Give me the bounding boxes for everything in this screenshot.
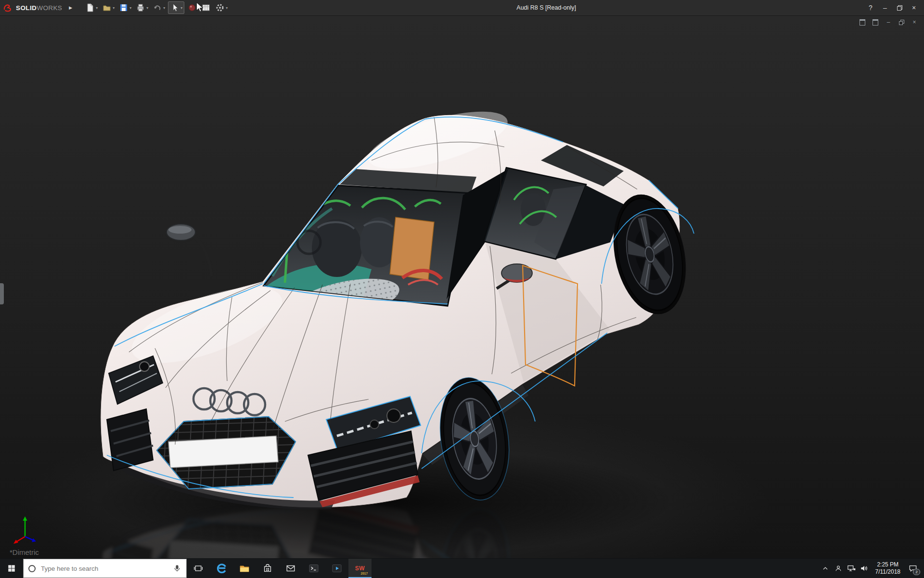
minimize-button[interactable]: – xyxy=(878,0,892,15)
dassault-systemes-logo xyxy=(3,3,13,13)
solidworks-titlebar: SOLIDWORKS ▶ ▾ ▾ xyxy=(0,0,924,16)
media-app-button[interactable] xyxy=(325,559,348,578)
window-controls: ? – × xyxy=(863,0,924,15)
model-scene[interactable] xyxy=(0,16,924,559)
volume-icon xyxy=(860,564,869,573)
mail-button[interactable] xyxy=(279,559,302,578)
task-view-button[interactable] xyxy=(187,559,210,578)
people-icon xyxy=(834,564,843,573)
save-button[interactable]: ▾ xyxy=(117,2,133,13)
volume-button[interactable] xyxy=(858,559,871,578)
desktop: SOLIDWORKS ▶ ▾ ▾ xyxy=(0,0,924,578)
network-icon xyxy=(847,564,856,573)
edge-button[interactable] xyxy=(210,559,233,578)
mail-icon xyxy=(285,563,296,574)
store-button[interactable] xyxy=(256,559,279,578)
brand-text-bold: SOLID xyxy=(16,4,37,12)
solidworks-icon-label: SW xyxy=(355,565,365,572)
undo-button[interactable]: ▾ xyxy=(151,2,167,13)
dropdown-caret-icon[interactable]: ▾ xyxy=(96,6,98,10)
window-title: Audi R8 S [Read-only] xyxy=(229,4,863,11)
restore-button[interactable] xyxy=(892,0,907,15)
store-icon xyxy=(262,563,273,574)
doc-minimize-icon[interactable]: – xyxy=(885,18,892,26)
notification-badge: 2 xyxy=(913,569,920,575)
search-input[interactable] xyxy=(40,565,168,573)
quick-access-toolbar: ▾ ▾ ▾ xyxy=(84,1,229,14)
brand-text-light: WORKS xyxy=(37,4,62,12)
hidden-icons-chevron-icon xyxy=(821,565,829,572)
clock-date: 7/11/2018 xyxy=(875,568,901,576)
close-button[interactable]: × xyxy=(907,0,921,15)
doc-pane-icon[interactable] xyxy=(859,18,866,26)
solidworks-app-button[interactable]: SW 2017 xyxy=(348,559,372,578)
people-button[interactable] xyxy=(832,559,845,578)
options-gear-icon xyxy=(215,3,225,13)
console-app-button[interactable] xyxy=(302,559,325,578)
save-icon xyxy=(119,3,128,13)
document-window-controls: – × xyxy=(859,18,918,26)
console-icon xyxy=(308,563,320,574)
featuremanager-flyout-tab[interactable] xyxy=(0,283,4,304)
menu-flyout-arrow-icon[interactable]: ▶ xyxy=(66,5,77,10)
open-icon xyxy=(102,3,112,13)
file-explorer-button[interactable] xyxy=(233,559,256,578)
media-app-icon xyxy=(331,563,343,574)
new-document-button[interactable]: ▾ xyxy=(84,2,99,13)
view-orientation-label: *Dimetric xyxy=(10,548,39,556)
file-explorer-icon xyxy=(239,563,250,574)
start-icon xyxy=(7,564,16,573)
options-button[interactable]: ▾ xyxy=(214,2,229,13)
network-button[interactable] xyxy=(845,559,858,578)
search-icon xyxy=(28,565,36,572)
dropdown-caret-icon[interactable]: ▾ xyxy=(113,6,115,10)
help-button[interactable]: ? xyxy=(863,0,878,15)
restore-icon xyxy=(897,5,902,11)
doc-close-icon[interactable]: × xyxy=(911,18,918,26)
print-button[interactable]: ▾ xyxy=(134,2,150,13)
reference-triad-icon xyxy=(13,514,44,546)
solidworks-icon-year: 2017 xyxy=(361,572,368,575)
solidworks-icon: SW 2017 xyxy=(353,562,367,575)
mouse-cursor xyxy=(195,2,204,13)
system-tray: 2:25 PM 7/11/2018 2 xyxy=(819,559,924,578)
edge-icon xyxy=(216,563,227,574)
microphone-icon[interactable] xyxy=(173,564,181,573)
dropdown-caret-icon[interactable]: ▾ xyxy=(163,6,165,10)
dropdown-caret-icon[interactable]: ▾ xyxy=(226,6,228,10)
new-document-icon xyxy=(85,3,95,13)
clock-time: 2:25 PM xyxy=(875,561,901,568)
print-icon xyxy=(136,3,145,13)
action-center-button[interactable]: 2 xyxy=(905,559,921,578)
graphics-area[interactable]: – × *Dimetric xyxy=(0,16,924,559)
dropdown-caret-icon[interactable]: ▾ xyxy=(180,6,182,10)
select-cursor-icon xyxy=(170,3,180,13)
doc-restore-icon[interactable] xyxy=(898,18,905,26)
taskbar-clock[interactable]: 2:25 PM 7/11/2018 xyxy=(871,561,905,576)
dropdown-caret-icon[interactable]: ▾ xyxy=(146,6,148,10)
dropdown-caret-icon[interactable]: ▾ xyxy=(129,6,131,10)
doc-pane-icon-2[interactable] xyxy=(872,18,879,26)
open-button[interactable]: ▾ xyxy=(101,2,116,13)
taskbar-search[interactable] xyxy=(23,559,187,578)
start-button[interactable] xyxy=(0,559,23,578)
select-tool-button[interactable]: ▾ xyxy=(168,1,184,14)
hidden-icons-button[interactable] xyxy=(819,559,832,578)
task-view-icon xyxy=(193,564,203,573)
windows-taskbar: SW 2017 xyxy=(0,558,924,578)
solidworks-brand: SOLIDWORKS xyxy=(0,3,66,13)
undo-icon xyxy=(153,3,162,13)
